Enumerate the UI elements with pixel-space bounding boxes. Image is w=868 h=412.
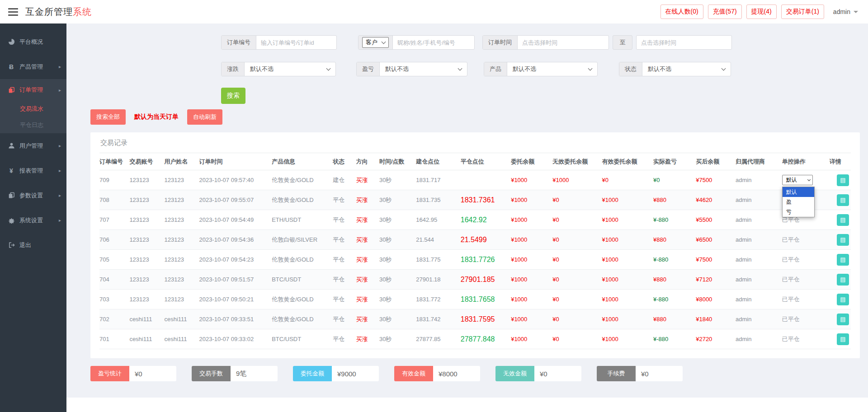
header-stat-badge[interactable]: 交易订单(1): [781, 5, 824, 19]
table-header-cell: 交易账号: [129, 153, 164, 170]
cell-account: 123123: [129, 190, 164, 210]
sidebar-item-label: 系统设置: [19, 216, 43, 225]
customer-search-input[interactable]: [393, 36, 474, 49]
cell-entrust-balance: ¥1000: [511, 170, 552, 190]
detail-form-icon: ▤: [840, 316, 845, 323]
cell-duration: 30秒: [379, 329, 416, 349]
cell-status: 建仓: [333, 170, 356, 190]
cell-control: 已平仓 默认 默认 盈 亏: [782, 329, 830, 349]
header-stat-badge[interactable]: 充值(57): [708, 5, 742, 19]
table-row: 704 123123 123123 2023-10-07 09:51:57 BT…: [99, 270, 851, 290]
cell-control: 已平仓 默认 默认 盈 亏: [782, 250, 830, 270]
control-select[interactable]: 默认 默认 盈 亏: [782, 175, 813, 185]
filter-product: 产品 默认不选: [484, 62, 598, 76]
search-button[interactable]: 搜索: [221, 88, 245, 104]
search-all-button[interactable]: 搜索全部: [90, 109, 126, 125]
detail-button[interactable]: ▤: [837, 294, 849, 305]
detail-button[interactable]: ▤: [837, 214, 849, 226]
cell-actual-profit: ¥880: [653, 309, 696, 329]
table-header-cell: 时间/点数: [379, 153, 416, 170]
status-select[interactable]: 默认不选: [642, 62, 731, 76]
updown-select[interactable]: 默认不选: [245, 62, 335, 76]
cell-valid-entrust: ¥1000: [602, 309, 653, 329]
table-row: 703 123123 123123 2023-10-07 09:50:21 伦敦…: [99, 290, 851, 309]
cell-actual-profit: ¥880: [653, 270, 696, 290]
table-header-cell: 产品信息: [272, 153, 333, 170]
filter-updown-label: 涨跌: [222, 62, 245, 76]
cell-duration: 30秒: [379, 309, 416, 329]
filter-time-from: 订单时间: [482, 35, 609, 50]
cell-order-time: 2023-10-07 09:51:57: [199, 270, 272, 290]
cell-username: 123123: [164, 170, 199, 190]
cell-invalid-entrust: ¥0: [552, 290, 602, 309]
detail-button[interactable]: ▤: [837, 234, 849, 246]
cell-username: 123123: [164, 290, 199, 309]
time-from-input[interactable]: [518, 36, 609, 49]
filter-updown: 涨跌 默认不选: [221, 62, 336, 76]
detail-button[interactable]: ▤: [837, 333, 849, 345]
sidebar-item-dashboard[interactable]: 平台概况: [0, 29, 66, 54]
order-no-input[interactable]: [256, 36, 336, 49]
sidebar: 平台概况 Ƀ 产品管理 ▸ 订单管理 ▸ 交易流水 平仓日志 用户管理 ▸: [0, 23, 66, 412]
time-to-input[interactable]: [637, 36, 731, 49]
cell-duration: 30秒: [379, 210, 416, 230]
sidebar-item-reports[interactable]: ¥ 报表管理 ▸: [0, 158, 66, 183]
cell-username: ceshi111: [164, 329, 199, 349]
product-select[interactable]: 默认不选: [507, 62, 597, 76]
cell-account: ceshi111: [129, 329, 164, 349]
cell-duration: 30秒: [379, 230, 416, 250]
table-header-cell: 委托余额: [511, 153, 552, 170]
detail-button[interactable]: ▤: [837, 314, 849, 325]
header-stat-badge[interactable]: 提现(4): [746, 5, 777, 19]
sidebar-group-orders: 订单管理 ▸ 交易流水 平仓日志: [0, 79, 66, 133]
sidebar-item-product[interactable]: Ƀ 产品管理 ▸: [0, 54, 66, 79]
cell-invalid-entrust: ¥0: [552, 270, 602, 290]
cell-close-price: 27901.185: [461, 270, 511, 290]
sidebar-item-logout[interactable]: 退出: [0, 233, 66, 258]
cell-account: 123123: [129, 230, 164, 250]
admin-menu[interactable]: admin: [833, 8, 858, 15]
control-status-text: 已平仓: [782, 296, 800, 303]
profit-select[interactable]: 默认不选: [380, 62, 467, 76]
cell-invalid-entrust: ¥0: [552, 190, 602, 210]
sidebar-subitem-close-log[interactable]: 平仓日志: [0, 117, 66, 133]
cell-invalid-entrust: ¥0: [552, 230, 602, 250]
customer-type-select[interactable]: 客户: [362, 37, 389, 48]
cell-close-price: 1831.7726: [461, 250, 511, 270]
table-header-cell: 有效委托余额: [602, 153, 653, 170]
cell-close-price: 21.5499: [461, 230, 511, 250]
table-header-cell: 方向: [356, 153, 379, 170]
menu-toggle-icon[interactable]: [8, 8, 18, 16]
header-stat-badge[interactable]: 在线人数(0): [660, 5, 703, 19]
cell-product: 伦敦黄金/GOLD: [272, 190, 333, 210]
detail-button[interactable]: ▤: [837, 174, 849, 186]
sidebar-item-orders[interactable]: 订单管理 ▸: [0, 79, 66, 101]
table-header-cell: 买后余额: [696, 153, 736, 170]
cell-account: 123123: [129, 290, 164, 309]
detail-button[interactable]: ▤: [837, 194, 849, 206]
control-option-win[interactable]: 盈: [783, 197, 814, 207]
auto-refresh-button[interactable]: 自动刷新: [187, 109, 222, 125]
table-row: 706 123123 123123 2023-10-07 09:54:36 伦敦…: [99, 230, 851, 250]
cell-order-time: 2023-10-07 09:33:51: [199, 309, 272, 329]
control-status-text: 已平仓: [782, 236, 800, 243]
cell-close-price: 1831.7595: [461, 309, 511, 329]
cell-after-balance: ¥2720: [696, 329, 736, 349]
sidebar-subitem-trade-flow[interactable]: 交易流水: [0, 101, 66, 117]
sidebar-item-system[interactable]: 系统设置 ▸: [0, 208, 66, 233]
cell-open-price: 1831.772: [416, 290, 461, 309]
cell-agent: admin: [736, 170, 782, 190]
detail-button[interactable]: ▤: [837, 254, 849, 266]
sidebar-item-params[interactable]: 参数设置 ▸: [0, 183, 66, 208]
card-title: 交易记录: [99, 132, 851, 153]
cell-duration: 30秒: [379, 270, 416, 290]
sidebar-item-users[interactable]: 用户管理 ▸: [0, 133, 66, 158]
cell-close-price: 27877.848: [461, 329, 511, 349]
cell-direction: 买涨: [356, 170, 379, 190]
summary-row: 盈亏统计 ¥0 交易手数 9笔 委托金额 ¥9000 有效金额 ¥8000: [90, 366, 860, 381]
detail-button[interactable]: ▤: [837, 274, 849, 286]
sidebar-item-label: 订单管理: [19, 86, 43, 94]
summary-group: 无效金额 ¥0: [495, 366, 581, 381]
control-option-lose[interactable]: 亏: [783, 207, 814, 217]
control-option-default[interactable]: 默认: [783, 187, 814, 197]
